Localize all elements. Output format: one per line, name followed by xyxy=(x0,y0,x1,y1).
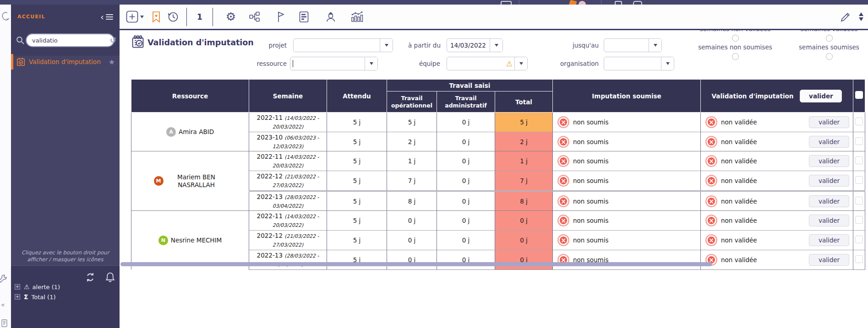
sidebar-item-validation-imputation[interactable]: Validation d'imputation xyxy=(11,54,120,70)
valider-button[interactable]: valider xyxy=(809,175,849,187)
imputation-soumise-cell: non soumis xyxy=(553,132,701,151)
sidebar-item-alerte[interactable]: alerte (1) xyxy=(15,283,60,290)
notifications-bell-icon[interactable] xyxy=(104,271,116,283)
reset-search-icon[interactable] xyxy=(110,36,116,45)
dropdown-caret-icon[interactable] xyxy=(661,57,674,70)
column-header-travail-saisi: Travail saisi xyxy=(387,80,553,91)
valider-button[interactable]: valider xyxy=(809,116,849,128)
history-icon[interactable] xyxy=(167,11,179,23)
ressource-combobox[interactable] xyxy=(290,57,378,70)
topbar-divider xyxy=(601,0,601,5)
settings-gear-icon[interactable] xyxy=(226,11,236,22)
row-checkbox[interactable] xyxy=(855,118,863,125)
refresh-icon[interactable] xyxy=(84,271,96,283)
valider-button[interactable]: valider xyxy=(809,136,849,148)
planning-icon[interactable] xyxy=(299,11,309,23)
row-checkbox-cell xyxy=(853,132,865,151)
valider-button[interactable]: valider xyxy=(809,155,849,167)
operationnel-cell: 0 j xyxy=(387,250,437,269)
radio-non-validees[interactable] xyxy=(732,35,739,42)
radio-label: semaines soumises xyxy=(790,43,868,51)
collapse-sidebar-icon[interactable] xyxy=(100,11,116,23)
row-checkbox[interactable] xyxy=(855,216,863,224)
horizontal-scrollbar[interactable] xyxy=(120,262,712,266)
not-validated-icon xyxy=(708,237,715,244)
column-header-validation: Validation d'imputation valider xyxy=(701,80,853,113)
row-checkbox-cell xyxy=(853,113,865,132)
radio-validees[interactable] xyxy=(826,35,833,42)
attendu-cell: 5 j xyxy=(327,171,387,191)
topbar-tool-icon xyxy=(633,1,642,5)
resource-name: Nesrine MECHIM xyxy=(171,237,222,244)
operationnel-cell: 8 j xyxy=(387,191,437,211)
avatar: N xyxy=(158,236,168,245)
row-checkbox[interactable] xyxy=(855,137,863,145)
row-checkbox[interactable] xyxy=(855,255,863,263)
row-checkbox[interactable] xyxy=(855,197,863,204)
row-checkbox[interactable] xyxy=(855,176,863,184)
not-submitted-icon xyxy=(560,157,567,165)
add-dropdown-caret[interactable] xyxy=(140,16,144,18)
jusquau-datepicker[interactable] xyxy=(604,38,662,52)
alert-triangle-icon xyxy=(24,283,33,290)
a-partir-du-label: à partir du xyxy=(403,42,441,49)
operationnel-cell: 7 j xyxy=(387,171,437,191)
sidebar-search-box xyxy=(26,33,115,47)
validation-cell: non validéevalider xyxy=(701,113,853,132)
imputation-soumise-cell: non soumis xyxy=(553,171,701,191)
calendar-check-icon xyxy=(16,57,26,67)
wrench-icon[interactable] xyxy=(0,274,8,285)
valider-button[interactable]: valider xyxy=(809,195,849,207)
worker-icon[interactable] xyxy=(325,11,337,23)
sidebar: ACCUEIL Validation d'imputation Cliquez … xyxy=(11,5,120,328)
valider-button[interactable]: valider xyxy=(809,234,849,246)
arrow-up-icon[interactable] xyxy=(859,12,863,16)
valider-all-button[interactable]: valider xyxy=(800,90,842,102)
document-icon[interactable] xyxy=(1,319,8,328)
row-checkbox[interactable] xyxy=(855,236,863,243)
projet-combobox[interactable] xyxy=(293,38,393,52)
expand-plus-icon[interactable] xyxy=(15,284,20,290)
edit-pencil-icon[interactable] xyxy=(840,11,852,23)
operationnel-cell: 0 j xyxy=(387,231,437,250)
search-input[interactable] xyxy=(32,37,110,44)
valider-button[interactable]: valider xyxy=(809,254,849,266)
topbar-logo-icon xyxy=(569,0,577,5)
favorite-star-icon[interactable] xyxy=(109,58,120,66)
main-toolbar: 1 xyxy=(120,5,868,30)
dropdown-caret-icon[interactable] xyxy=(649,39,661,52)
expand-plus-icon[interactable] xyxy=(15,294,20,300)
equipe-combobox[interactable] xyxy=(447,57,528,70)
a-partir-du-datepicker[interactable]: 14/03/2022 xyxy=(447,38,503,52)
column-header-semaine: Semaine xyxy=(249,80,327,113)
row-checkbox[interactable] xyxy=(855,156,863,164)
filters-panel: Validation d'imputation projet à partir … xyxy=(120,32,868,79)
scroll-up-down-arrows[interactable] xyxy=(859,12,863,21)
stats-chart-icon[interactable] xyxy=(350,11,363,23)
validation-cell: non validéevalider xyxy=(701,231,853,250)
not-submitted-icon xyxy=(560,177,567,184)
sidebar-item-total[interactable]: Total (1) xyxy=(15,293,56,301)
week-cell: 2023-10 (06/03/2023 - 12/03/2023) xyxy=(249,132,327,151)
grab-hand-icon[interactable] xyxy=(0,11,10,23)
dropdown-caret-icon[interactable] xyxy=(365,57,377,70)
total-cell: 0 j xyxy=(495,250,553,269)
arrow-down-icon[interactable] xyxy=(859,17,863,21)
total-label: Total (1) xyxy=(32,294,56,301)
select-all-checkbox[interactable] xyxy=(855,91,863,99)
radio-soumises[interactable] xyxy=(826,53,833,60)
not-validated-icon xyxy=(708,138,715,145)
flag-icon[interactable] xyxy=(277,11,285,23)
valider-button[interactable]: valider xyxy=(809,215,849,226)
bookmark-icon[interactable] xyxy=(151,11,161,23)
total-cell: 0 j xyxy=(495,211,553,231)
collapse-chevrons-icon[interactable]: « xyxy=(1,301,5,308)
radio-non-soumises[interactable] xyxy=(732,53,739,60)
dropdown-caret-icon[interactable] xyxy=(490,39,502,52)
organisation-combobox[interactable] xyxy=(604,57,674,70)
dropdown-caret-icon[interactable] xyxy=(380,39,393,52)
ressource-label: ressource xyxy=(238,60,287,67)
hierarchy-icon[interactable] xyxy=(249,11,260,22)
add-button[interactable] xyxy=(126,11,144,23)
dropdown-caret-icon[interactable] xyxy=(514,57,527,70)
